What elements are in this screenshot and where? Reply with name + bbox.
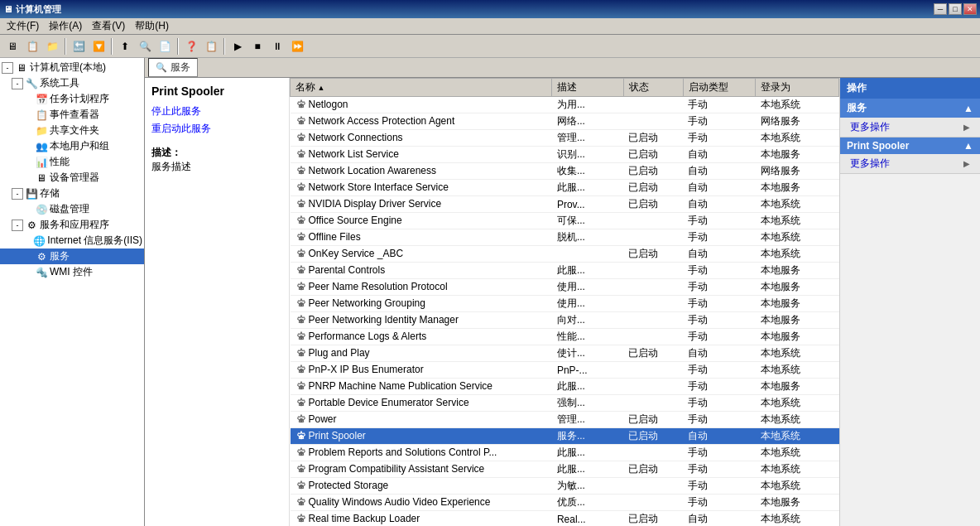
tree-item-shares[interactable]: 📁 共享文件夹 — [0, 123, 144, 138]
minimize-button[interactable]: ─ — [934, 3, 947, 15]
actions-more-services[interactable]: 更多操作 ▶ — [840, 118, 980, 137]
table-row[interactable]: Protected Storage为敏...手动本地系统 — [291, 478, 839, 495]
toolbar-btn-1[interactable]: 🖥 — [3, 37, 22, 55]
toolbar-btn-3[interactable]: 📁 — [43, 37, 61, 55]
menu-item-h[interactable]: 帮助(H) — [130, 17, 174, 35]
table-row[interactable]: Program Compatibility Assistant Service此… — [291, 461, 839, 478]
arrow-icon: ▶ — [963, 123, 970, 132]
close-button[interactable]: ✕ — [963, 3, 977, 15]
table-row[interactable]: OnKey Service _ABC已启动自动本地系统 — [291, 246, 839, 263]
collapse-services-icon[interactable]: ▲ — [963, 103, 973, 114]
tree-item-storage[interactable]: - 💾 存储 — [0, 186, 144, 201]
cell-desc: Real... — [552, 511, 623, 527]
wmi-icon: 🔩 — [35, 266, 48, 279]
tree-expand-root[interactable]: - — [2, 62, 13, 74]
table-row[interactable]: Plug and Play使计...已启动自动本地系统 — [291, 345, 839, 362]
cell-startType: 手动 — [683, 461, 756, 478]
col-status[interactable]: 状态 — [623, 79, 683, 97]
tree-item-svcapps[interactable]: - ⚙ 服务和应用程序 — [0, 217, 144, 233]
col-desc[interactable]: 描述 — [552, 79, 623, 97]
cell-startType: 自动 — [683, 428, 756, 445]
toolbar-btn-7[interactable]: 🔍 — [136, 37, 154, 55]
toolbar-btn-forward[interactable]: ⏩ — [288, 37, 306, 55]
tree-item-services[interactable]: ⚙ 服务 — [0, 249, 144, 264]
actions-more-printspooler[interactable]: 更多操作 ▶ — [840, 154, 980, 173]
tree-item-events[interactable]: 📋 事件查看器 — [0, 107, 144, 123]
cell-desc: 优质... — [552, 495, 623, 511]
cell-desc: 网络... — [552, 113, 623, 130]
tree-expand-svcapps[interactable]: - — [12, 220, 23, 231]
table-row[interactable]: Peer Networking Grouping使用...手动本地服务 — [291, 296, 839, 312]
table-row[interactable]: NVIDIA Display Driver ServiceProv...已启动自… — [291, 196, 839, 213]
table-row[interactable]: Portable Device Enumerator Service强制...手… — [291, 395, 839, 412]
toolbar-btn-6[interactable]: ⬆ — [116, 37, 134, 55]
menu-item-a[interactable]: 操作(A) — [44, 17, 87, 35]
cell-desc: 此服... — [552, 263, 623, 279]
toolbar-btn-8[interactable]: 📄 — [156, 37, 174, 55]
table-row[interactable]: Network List Service识别...已启动自动本地服务 — [291, 147, 839, 163]
restart-service-link[interactable]: 重启动此服务 — [151, 122, 282, 136]
toolbar-separator-1 — [65, 38, 66, 55]
maximize-button[interactable]: □ — [949, 3, 962, 15]
stop-service-link[interactable]: 停止此服务 — [151, 104, 282, 118]
menu-item-f[interactable]: 文件(F) — [2, 17, 44, 35]
cell-desc: 为用... — [552, 97, 623, 113]
tree-item-wmi[interactable]: 🔩 WMI 控件 — [0, 264, 144, 280]
tree-item-systools[interactable]: - 🔧 系统工具 — [0, 75, 144, 91]
tree-item-tasks[interactable]: 📅 任务计划程序 — [0, 91, 144, 107]
collapse-printspooler-icon[interactable]: ▲ — [963, 140, 973, 152]
tree-expand-systools[interactable]: - — [12, 78, 23, 89]
tree-item-root[interactable]: - 🖥 计算机管理(本地) — [0, 60, 144, 75]
toolbar-btn-new[interactable]: ❓ — [182, 37, 200, 55]
toolbar-btn-pause[interactable]: ⏸ — [268, 37, 286, 55]
table-row[interactable]: Real time Backup LoaderReal...已启动自动本地系统 — [291, 511, 839, 527]
cell-name: PnP-X IP Bus Enumerator — [291, 362, 552, 379]
service-icon — [295, 215, 307, 227]
tree-item-users[interactable]: 👥 本地用户和组 — [0, 138, 144, 154]
tree-item-devmgr[interactable]: 🖥 设备管理器 — [0, 170, 144, 186]
table-row[interactable]: Quality Windows Audio Video Experience优质… — [291, 495, 839, 511]
cell-desc: 使计... — [552, 345, 623, 362]
cell-name: Real time Backup Loader — [291, 511, 552, 527]
tree-item-iis[interactable]: 🌐 Internet 信息服务(IIS) — [0, 233, 144, 249]
menu-item-v[interactable]: 查看(V) — [87, 17, 130, 35]
toolbar-btn-4[interactable]: 🔙 — [70, 37, 88, 55]
svg-point-24 — [299, 501, 302, 504]
table-row[interactable]: Print Spooler服务...已启动自动本地系统 — [291, 428, 839, 445]
table-row[interactable]: Netlogon为用...手动本地系统 — [291, 97, 839, 113]
table-row[interactable]: Network Store Interface Service此服...已启动自… — [291, 180, 839, 196]
table-row[interactable]: PnP-X IP Bus EnumeratorPnP-...手动本地系统 — [291, 362, 839, 379]
table-row[interactable]: Peer Name Resolution Protocol使用...手动本地服务 — [291, 279, 839, 296]
table-row[interactable]: PNRP Machine Name Publication Service此服.… — [291, 379, 839, 395]
table-row[interactable]: Parental Controls此服...手动本地服务 — [291, 263, 839, 279]
table-row[interactable]: Network Access Protection Agent网络...手动网络… — [291, 113, 839, 130]
toolbar-btn-5[interactable]: 🔽 — [89, 37, 108, 55]
table-row[interactable]: Peer Networking Identity Manager向对...手动本… — [291, 312, 839, 329]
col-login[interactable]: 登录为 — [756, 79, 839, 97]
tree-item-perf[interactable]: 📊 性能 — [0, 154, 144, 170]
toolbar-btn-help[interactable]: 📋 — [202, 37, 220, 55]
cell-status — [623, 395, 683, 412]
tree-expand-storage[interactable]: - — [12, 188, 23, 200]
cell-login: 本地服务 — [756, 180, 839, 196]
cell-name: NVIDIA Display Driver Service — [291, 196, 552, 213]
toolbar-btn-play[interactable]: ▶ — [228, 37, 247, 55]
table-container[interactable]: 名称 描述 状态 启动类型 登录为 Netlogon为用...手动本地系统Net… — [290, 78, 839, 526]
cell-name: Offline Files — [291, 229, 552, 246]
col-name[interactable]: 名称 — [291, 79, 552, 97]
table-row[interactable]: Network Location Awareness收集...已启动自动网络服务 — [291, 163, 839, 180]
table-row[interactable]: Power管理...已启动手动本地系统 — [291, 412, 839, 428]
table-row[interactable]: Problem Reports and Solutions Control P.… — [291, 445, 839, 461]
service-icon — [295, 149, 307, 161]
cell-desc: 此服... — [552, 379, 623, 395]
table-row[interactable]: Offline Files脱机...手动本地系统 — [291, 229, 839, 246]
col-starttype[interactable]: 启动类型 — [683, 79, 756, 97]
table-row[interactable]: Office Source Engine可保...手动本地系统 — [291, 213, 839, 229]
table-row[interactable]: Network Connections管理...已启动手动本地系统 — [291, 130, 839, 147]
cell-desc: 可保... — [552, 213, 623, 229]
table-row[interactable]: Performance Logs & Alerts性能...手动本地服务 — [291, 329, 839, 345]
toolbar-btn-stop[interactable]: ■ — [248, 37, 267, 55]
toolbar-btn-2[interactable]: 📋 — [23, 37, 41, 55]
tree-item-diskmgr[interactable]: 💿 磁盘管理 — [0, 201, 144, 217]
actions-section-services: 服务 ▲ 更多操作 ▶ — [840, 99, 980, 138]
